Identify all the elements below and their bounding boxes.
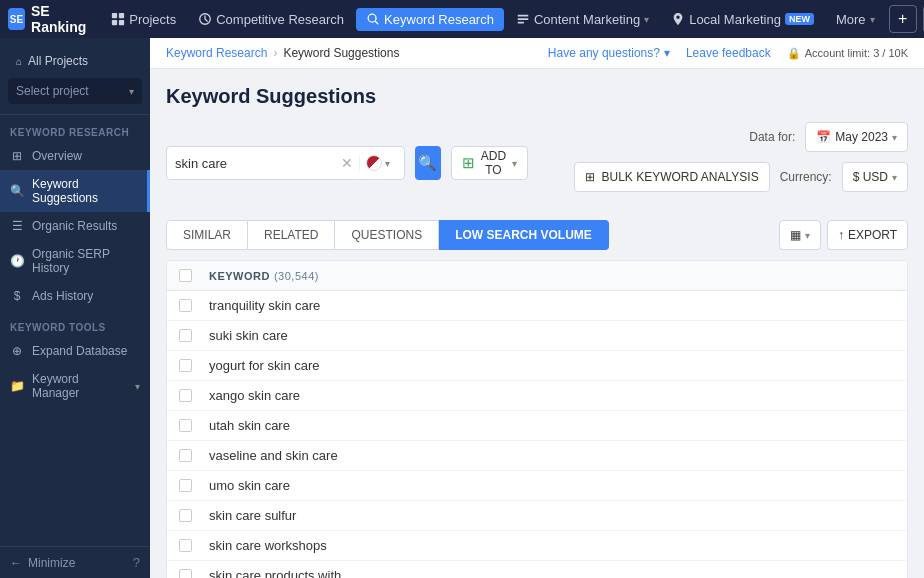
have-questions-button[interactable]: Have any questions? ▾	[548, 46, 670, 60]
svg-rect-0	[112, 13, 117, 18]
currency-chevron-icon: ▾	[892, 172, 897, 183]
all-projects-label: All Projects	[28, 54, 88, 68]
sidebar-item-expand-database[interactable]: ⊕ Expand Database	[0, 337, 150, 365]
tab-related-label: RELATED	[264, 228, 318, 242]
add-to-chevron-icon: ▾	[512, 158, 517, 169]
select-all-checkbox[interactable]	[179, 269, 192, 282]
main-content: Keyword Research › Keyword Suggestions H…	[150, 38, 924, 578]
nav-projects[interactable]: Projects	[101, 8, 186, 31]
sidebar-item-keyword-manager[interactable]: 📁 Keyword Manager ▾	[0, 365, 150, 407]
row-checkbox-5[interactable]	[179, 419, 192, 432]
sidebar-keyword-suggestions-label: Keyword Suggestions	[32, 177, 137, 205]
bulk-keyword-analysis-button[interactable]: ⊞ BULK KEYWORD ANALYSIS	[574, 162, 769, 192]
sidebar-item-organic-serp-history[interactable]: 🕐 Organic SERP History	[0, 240, 150, 282]
row-checkbox-7[interactable]	[179, 479, 192, 492]
flag-chevron-icon: ▾	[385, 158, 390, 169]
leave-feedback-link[interactable]: Leave feedback	[686, 46, 771, 60]
svg-rect-1	[119, 13, 124, 18]
table-row: xango skin care	[167, 381, 907, 411]
date-selector[interactable]: 📅 May 2023 ▾	[805, 122, 908, 152]
keyword-suggestions-icon: 🔍	[10, 184, 24, 198]
keyword-tools-section-label: KEYWORD TOOLS	[0, 310, 150, 337]
page-content: Keyword Suggestions ✕ ▾ 🔍 ⊞ ADD TO	[150, 69, 924, 578]
ads-history-icon: $	[10, 289, 24, 303]
all-projects-link[interactable]: ⌂ All Projects	[8, 48, 142, 74]
currency-label: Currency:	[780, 170, 832, 184]
row-checkbox-9[interactable]	[179, 539, 192, 552]
keyword-text-8: skin care sulfur	[209, 508, 895, 523]
add-button[interactable]: +	[889, 5, 917, 33]
date-chevron-icon: ▾	[892, 132, 897, 143]
account-limit-label: Account limit: 3 / 10K	[805, 47, 908, 59]
sidebar-item-overview[interactable]: ⊞ Overview	[0, 142, 150, 170]
nav-keyword-research[interactable]: Keyword Research	[356, 8, 504, 31]
content-marketing-chevron: ▾	[644, 14, 649, 25]
nav-right: + ⚑ 🔔 1 D	[889, 5, 924, 33]
layout: ⌂ All Projects Select project ▾ KEYWORD …	[0, 38, 924, 578]
select-project-dropdown[interactable]: Select project ▾	[8, 78, 142, 104]
add-to-label: ADD TO	[481, 149, 506, 177]
export-button[interactable]: ↑ EXPORT	[827, 220, 908, 250]
nav-content-marketing-label: Content Marketing	[534, 12, 640, 27]
row-checkbox-1[interactable]	[179, 299, 192, 312]
columns-button[interactable]: ▦ ▾	[779, 220, 821, 250]
help-icon[interactable]: ?	[133, 555, 140, 570]
svg-point-5	[368, 14, 376, 22]
row-checkbox-4[interactable]	[179, 389, 192, 402]
keyword-header-label: KEYWORD	[209, 270, 270, 282]
minimize-button[interactable]: ← Minimize	[10, 556, 75, 570]
account-limit-info: 🔒 Account limit: 3 / 10K	[787, 47, 908, 60]
nav-more[interactable]: More ▾	[826, 8, 885, 31]
data-controls: Data for: 📅 May 2023 ▾ ⊞ BULK KEYWORD AN…	[548, 122, 908, 192]
search-input[interactable]	[175, 156, 335, 171]
row-checkbox-2[interactable]	[179, 329, 192, 342]
table-header: KEYWORD (30,544)	[167, 261, 907, 291]
sidebar-item-organic-results[interactable]: ☰ Organic Results	[0, 212, 150, 240]
sidebar-item-ads-history[interactable]: $ Ads History	[0, 282, 150, 310]
currency-selector[interactable]: $ USD ▾	[842, 162, 908, 192]
tab-related[interactable]: RELATED	[248, 220, 335, 250]
keyword-text-1: tranquility skin care	[209, 298, 895, 313]
more-chevron: ▾	[870, 14, 875, 25]
row-checkbox-8[interactable]	[179, 509, 192, 522]
nav-local-marketing[interactable]: Local Marketing NEW	[661, 8, 824, 31]
breadcrumb-parent[interactable]: Keyword Research	[166, 46, 267, 60]
table-row: tranquility skin care	[167, 291, 907, 321]
keyword-manager-icon: 📁	[10, 379, 24, 393]
nav-content-marketing[interactable]: Content Marketing ▾	[506, 8, 659, 31]
row-checkbox-3[interactable]	[179, 359, 192, 372]
keyword-text-7: umo skin care	[209, 478, 895, 493]
table-row: skin care workshops	[167, 531, 907, 561]
sidebar-footer: ← Minimize ?	[0, 546, 150, 578]
sidebar: ⌂ All Projects Select project ▾ KEYWORD …	[0, 38, 150, 578]
new-badge: NEW	[785, 13, 814, 25]
tab-questions-label: QUESTIONS	[351, 228, 422, 242]
nav-competitive-research[interactable]: Competitive Research	[188, 8, 354, 31]
sidebar-ads-history-label: Ads History	[32, 289, 93, 303]
clear-search-icon[interactable]: ✕	[341, 155, 353, 171]
search-button[interactable]: 🔍	[415, 146, 441, 180]
calendar-icon: 📅	[816, 130, 831, 144]
sidebar-keyword-manager-label: Keyword Manager	[32, 372, 127, 400]
sidebar-item-keyword-suggestions[interactable]: 🔍 Keyword Suggestions	[0, 170, 150, 212]
add-to-button[interactable]: ⊞ ADD TO ▾	[451, 146, 528, 180]
us-flag-icon	[366, 155, 382, 171]
svg-rect-3	[119, 20, 124, 25]
export-label: EXPORT	[848, 228, 897, 242]
sidebar-overview-label: Overview	[32, 149, 82, 163]
row-checkbox-10[interactable]	[179, 569, 192, 578]
logo-icon: SE	[8, 8, 25, 30]
breadcrumb-current: Keyword Suggestions	[283, 46, 399, 60]
search-flag-selector[interactable]: ▾	[359, 155, 396, 171]
nav-projects-label: Projects	[129, 12, 176, 27]
app-logo[interactable]: SE SE Ranking	[8, 3, 91, 35]
tab-questions[interactable]: QUESTIONS	[335, 220, 439, 250]
expand-database-icon: ⊕	[10, 344, 24, 358]
tab-similar[interactable]: SIMILAR	[166, 220, 248, 250]
bulk-icon: ⊞	[585, 170, 595, 184]
tab-low-search-volume-label: LOW SEARCH VOLUME	[455, 228, 592, 242]
tab-low-search-volume[interactable]: LOW SEARCH VOLUME	[439, 220, 609, 250]
row-checkbox-6[interactable]	[179, 449, 192, 462]
table-row: skin care sulfur	[167, 501, 907, 531]
keyword-research-section-label: KEYWORD RESEARCH	[0, 115, 150, 142]
